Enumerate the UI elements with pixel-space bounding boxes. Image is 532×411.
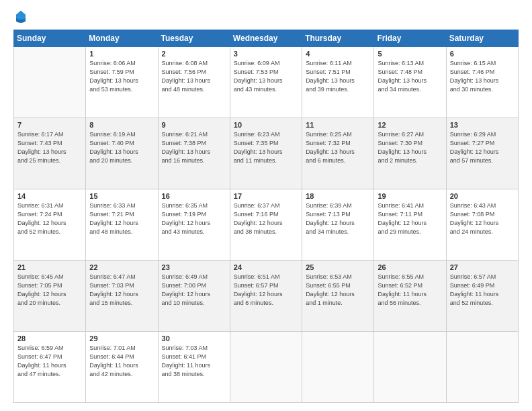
day-number: 7 [17, 121, 82, 129]
day-number: 30 [162, 334, 226, 342]
day-number: 22 [89, 263, 154, 271]
day-number: 20 [450, 192, 515, 200]
calendar-week-row: 1Sunrise: 6:06 AM Sunset: 7:59 PM Daylig… [14, 47, 519, 118]
day-number: 29 [89, 334, 154, 342]
day-number: 3 [234, 50, 298, 58]
calendar-cell: 8Sunrise: 6:19 AM Sunset: 7:40 PM Daylig… [86, 118, 158, 189]
day-header: Monday [86, 30, 158, 47]
calendar-cell [302, 332, 374, 403]
calendar-week-row: 28Sunrise: 6:59 AM Sunset: 6:47 PM Dayli… [14, 332, 519, 403]
calendar-cell: 27Sunrise: 6:57 AM Sunset: 6:49 PM Dayli… [446, 261, 518, 332]
day-info: Sunrise: 6:13 AM Sunset: 7:48 PM Dayligh… [378, 59, 442, 94]
calendar-week-row: 7Sunrise: 6:17 AM Sunset: 7:43 PM Daylig… [14, 118, 519, 189]
day-info: Sunrise: 6:47 AM Sunset: 7:03 PM Dayligh… [89, 273, 154, 308]
calendar-cell: 10Sunrise: 6:23 AM Sunset: 7:35 PM Dayli… [230, 118, 302, 189]
calendar-cell: 28Sunrise: 6:59 AM Sunset: 6:47 PM Dayli… [14, 332, 86, 403]
calendar-cell: 11Sunrise: 6:25 AM Sunset: 7:32 PM Dayli… [302, 118, 374, 189]
calendar-cell: 16Sunrise: 6:35 AM Sunset: 7:19 PM Dayli… [158, 189, 230, 261]
logo-icon [15, 9, 27, 24]
logo [13, 12, 27, 23]
day-info: Sunrise: 7:03 AM Sunset: 6:41 PM Dayligh… [162, 344, 226, 379]
day-info: Sunrise: 6:27 AM Sunset: 7:30 PM Dayligh… [378, 130, 442, 165]
day-number: 23 [162, 263, 226, 271]
calendar-cell [14, 47, 86, 118]
day-header: Wednesday [230, 30, 302, 47]
calendar-cell: 24Sunrise: 6:51 AM Sunset: 6:57 PM Dayli… [230, 261, 302, 332]
day-number: 14 [17, 192, 82, 200]
calendar-cell: 22Sunrise: 6:47 AM Sunset: 7:03 PM Dayli… [86, 261, 158, 332]
calendar-cell [446, 332, 518, 403]
day-info: Sunrise: 6:51 AM Sunset: 6:57 PM Dayligh… [234, 273, 298, 308]
calendar-cell: 25Sunrise: 6:53 AM Sunset: 6:55 PM Dayli… [302, 261, 374, 332]
day-info: Sunrise: 6:31 AM Sunset: 7:24 PM Dayligh… [17, 201, 82, 236]
calendar-cell: 17Sunrise: 6:37 AM Sunset: 7:16 PM Dayli… [230, 189, 302, 261]
calendar-cell: 13Sunrise: 6:29 AM Sunset: 7:27 PM Dayli… [446, 118, 518, 189]
day-info: Sunrise: 6:06 AM Sunset: 7:59 PM Dayligh… [89, 59, 154, 94]
day-header: Thursday [302, 30, 374, 47]
day-info: Sunrise: 6:33 AM Sunset: 7:21 PM Dayligh… [89, 201, 154, 236]
day-info: Sunrise: 6:15 AM Sunset: 7:46 PM Dayligh… [450, 59, 515, 94]
calendar-week-row: 14Sunrise: 6:31 AM Sunset: 7:24 PM Dayli… [14, 189, 519, 261]
day-info: Sunrise: 6:21 AM Sunset: 7:38 PM Dayligh… [162, 130, 226, 165]
day-number: 4 [306, 50, 370, 58]
calendar-week-row: 21Sunrise: 6:45 AM Sunset: 7:05 PM Dayli… [14, 261, 519, 332]
day-info: Sunrise: 6:37 AM Sunset: 7:16 PM Dayligh… [234, 201, 298, 236]
calendar-cell: 26Sunrise: 6:55 AM Sunset: 6:52 PM Dayli… [374, 261, 446, 332]
day-info: Sunrise: 6:57 AM Sunset: 6:49 PM Dayligh… [450, 273, 515, 308]
day-number: 18 [306, 192, 370, 200]
day-info: Sunrise: 6:45 AM Sunset: 7:05 PM Dayligh… [17, 273, 82, 308]
day-info: Sunrise: 6:53 AM Sunset: 6:55 PM Dayligh… [306, 273, 370, 308]
day-number: 21 [17, 263, 82, 271]
day-header: Sunday [14, 30, 86, 47]
day-number: 17 [234, 192, 298, 200]
day-number: 16 [162, 192, 226, 200]
day-number: 27 [450, 263, 515, 271]
calendar-cell: 14Sunrise: 6:31 AM Sunset: 7:24 PM Dayli… [14, 189, 86, 261]
day-info: Sunrise: 6:09 AM Sunset: 7:53 PM Dayligh… [234, 59, 298, 94]
calendar-cell [374, 332, 446, 403]
calendar-cell: 15Sunrise: 6:33 AM Sunset: 7:21 PM Dayli… [86, 189, 158, 261]
day-number: 6 [450, 50, 515, 58]
day-number: 25 [306, 263, 370, 271]
calendar-cell: 5Sunrise: 6:13 AM Sunset: 7:48 PM Daylig… [374, 47, 446, 118]
day-number: 28 [17, 334, 82, 342]
day-number: 9 [162, 121, 226, 129]
day-header: Saturday [446, 30, 518, 47]
day-info: Sunrise: 6:41 AM Sunset: 7:11 PM Dayligh… [378, 201, 442, 236]
calendar-cell: 19Sunrise: 6:41 AM Sunset: 7:11 PM Dayli… [374, 189, 446, 261]
day-number: 10 [234, 121, 298, 129]
calendar-cell: 23Sunrise: 6:49 AM Sunset: 7:00 PM Dayli… [158, 261, 230, 332]
day-number: 13 [450, 121, 515, 129]
day-info: Sunrise: 6:19 AM Sunset: 7:40 PM Dayligh… [89, 130, 154, 165]
day-info: Sunrise: 6:17 AM Sunset: 7:43 PM Dayligh… [17, 130, 82, 165]
calendar-cell [230, 332, 302, 403]
calendar-cell: 21Sunrise: 6:45 AM Sunset: 7:05 PM Dayli… [14, 261, 86, 332]
day-number: 5 [378, 50, 442, 58]
day-number: 19 [378, 192, 442, 200]
calendar-cell: 20Sunrise: 6:43 AM Sunset: 7:08 PM Dayli… [446, 189, 518, 261]
day-info: Sunrise: 6:35 AM Sunset: 7:19 PM Dayligh… [162, 201, 226, 236]
day-number: 2 [162, 50, 226, 58]
day-info: Sunrise: 6:43 AM Sunset: 7:08 PM Dayligh… [450, 201, 515, 236]
header [13, 12, 519, 23]
day-header: Tuesday [158, 30, 230, 47]
day-number: 26 [378, 263, 442, 271]
day-number: 8 [89, 121, 154, 129]
calendar-cell: 4Sunrise: 6:11 AM Sunset: 7:51 PM Daylig… [302, 47, 374, 118]
day-info: Sunrise: 6:08 AM Sunset: 7:56 PM Dayligh… [162, 59, 226, 94]
day-number: 12 [378, 121, 442, 129]
day-info: Sunrise: 6:11 AM Sunset: 7:51 PM Dayligh… [306, 59, 370, 94]
calendar-cell: 12Sunrise: 6:27 AM Sunset: 7:30 PM Dayli… [374, 118, 446, 189]
day-info: Sunrise: 6:25 AM Sunset: 7:32 PM Dayligh… [306, 130, 370, 165]
day-number: 15 [89, 192, 154, 200]
day-info: Sunrise: 6:23 AM Sunset: 7:35 PM Dayligh… [234, 130, 298, 165]
day-info: Sunrise: 6:49 AM Sunset: 7:00 PM Dayligh… [162, 273, 226, 308]
calendar-cell: 6Sunrise: 6:15 AM Sunset: 7:46 PM Daylig… [446, 47, 518, 118]
page: SundayMondayTuesdayWednesdayThursdayFrid… [0, 0, 532, 411]
day-info: Sunrise: 6:55 AM Sunset: 6:52 PM Dayligh… [378, 273, 442, 308]
calendar-cell: 9Sunrise: 6:21 AM Sunset: 7:38 PM Daylig… [158, 118, 230, 189]
day-info: Sunrise: 6:59 AM Sunset: 6:47 PM Dayligh… [17, 344, 82, 379]
calendar-cell: 7Sunrise: 6:17 AM Sunset: 7:43 PM Daylig… [14, 118, 86, 189]
calendar-header-row: SundayMondayTuesdayWednesdayThursdayFrid… [14, 30, 519, 47]
calendar-cell: 30Sunrise: 7:03 AM Sunset: 6:41 PM Dayli… [158, 332, 230, 403]
